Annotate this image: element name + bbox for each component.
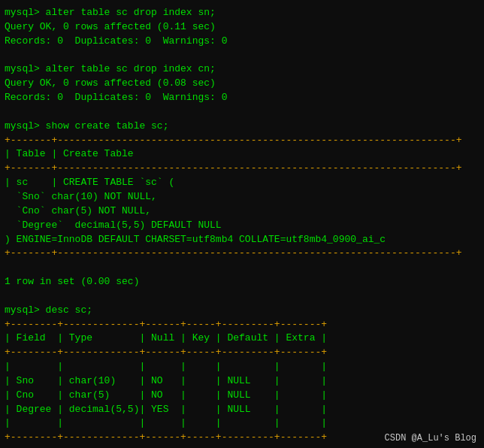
line-blank-2 xyxy=(5,105,479,120)
line-blank-3 xyxy=(5,261,479,275)
line-1: mysql> alter table sc drop index sn; xyxy=(5,6,479,20)
line-4: mysql> alter table sc drop index cn; xyxy=(5,62,479,77)
desc-blank-row2: | | | | | | | xyxy=(5,416,479,431)
line-blank-4 xyxy=(5,289,479,304)
desc-row-degree: | Degree | decimal(5,5)| YES | | NULL | … xyxy=(5,403,479,417)
terminal-content: mysql> alter table sc drop index sn; Que… xyxy=(5,6,479,448)
line-3: Records: 0 Duplicates: 0 Warnings: 0 xyxy=(5,35,479,49)
watermark: CSDN @A_Lu's Blog xyxy=(385,433,476,443)
desc-row-sno: | Sno | char(10) | NO | | NULL | | xyxy=(5,374,479,389)
show-create-border-top: +-------+-------------------------------… xyxy=(5,134,479,148)
line-5: Query OK, 0 rows affected (0.08 sec) xyxy=(5,77,479,91)
desc-border-top: +--------+-------------+------+-----+---… xyxy=(5,318,479,332)
line-6: Records: 0 Duplicates: 0 Warnings: 0 xyxy=(5,91,479,105)
show-create-border-bot: +-------+-------------------------------… xyxy=(5,247,479,261)
show-create-row1: | sc | CREATE TABLE `sc` ( xyxy=(5,176,479,190)
show-create-row4: `Degree` decimal(5,5) DEFAULT NULL xyxy=(5,219,479,233)
show-create-row3: `Cno` char(5) NOT NULL, xyxy=(5,204,479,219)
terminal: mysql> alter table sc drop index sn; Que… xyxy=(5,6,479,442)
show-create-border-mid: +-------+-------------------------------… xyxy=(5,162,479,176)
line-blank-1 xyxy=(5,49,479,63)
desc-border-mid: +--------+-------------+------+-----+---… xyxy=(5,346,479,360)
show-create-row2: `Sno` char(10) NOT NULL, xyxy=(5,190,479,204)
show-create-header: | Table | Create Table xyxy=(5,147,479,162)
row-count-1: 1 row in set (0.00 sec) xyxy=(5,275,479,289)
desc-blank-row: | | | | | | | xyxy=(5,360,479,374)
line-7: mysql> show create table sc; xyxy=(5,120,479,134)
line-2: Query OK, 0 rows affected (0.11 sec) xyxy=(5,20,479,35)
line-blank-5 xyxy=(5,445,479,448)
show-create-row5: ) ENGINE=InnoDB DEFAULT CHARSET=utf8mb4 … xyxy=(5,233,479,247)
desc-header: | Field | Type | Null | Key | Default | … xyxy=(5,331,479,346)
desc-row-cno: | Cno | char(5) | NO | | NULL | | xyxy=(5,389,479,403)
line-desc: mysql> desc sc; xyxy=(5,304,479,318)
